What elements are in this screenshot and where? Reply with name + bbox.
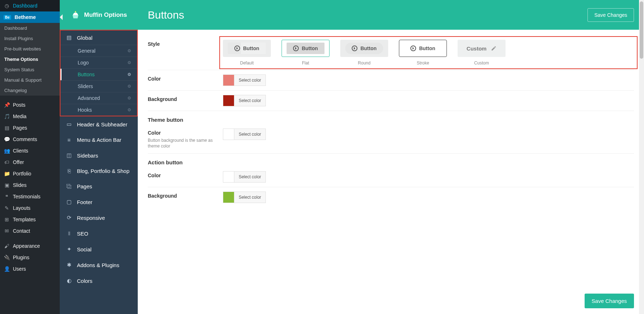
theme-color-picker[interactable]: Select color — [223, 129, 266, 140]
color-swatch — [223, 192, 234, 203]
wp-menu-plugins[interactable]: 🔌Plugins — [0, 252, 60, 263]
select-color-button[interactable]: Select color — [234, 172, 265, 182]
subsection-logo[interactable]: Logo⚙ — [60, 57, 137, 68]
color-swatch — [223, 129, 234, 140]
section-responsive[interactable]: ⟳Responsive — [60, 211, 137, 225]
section-sidebars[interactable]: ◫Sidebars — [60, 148, 137, 163]
section-footer[interactable]: ▢Footer — [60, 195, 137, 209]
subsection-buttons[interactable]: Buttons⚙ — [60, 68, 137, 80]
select-color-button[interactable]: Select color — [234, 75, 265, 86]
wp-submenu-dashboard[interactable]: Dashboard — [0, 23, 60, 33]
scrollbar-thumb[interactable] — [640, 1, 643, 59]
wp-submenu-manual-&-support[interactable]: Manual & Support — [0, 75, 60, 85]
wp-submenu-changelog[interactable]: Changelog — [0, 85, 60, 96]
color-swatch — [223, 172, 234, 182]
wp-menu-dashboard[interactable]: ◷Dashboard — [0, 0, 60, 11]
wp-menu-offer[interactable]: 🏷Offer — [0, 156, 60, 168]
theme-button-section: Theme button — [148, 111, 634, 124]
section-blog-portfolio-shop[interactable]: ⎘Blog, Portfolio & Shop — [60, 164, 137, 178]
pin-icon: 📌 — [4, 102, 10, 108]
gear-icon: ⚙ — [127, 60, 131, 65]
quote-icon: ❝ — [4, 194, 10, 199]
save-changes-button-top[interactable]: Save Changes — [587, 8, 634, 22]
action-color-picker[interactable]: Select color — [223, 171, 266, 183]
layout-icon: ✎ — [4, 205, 10, 211]
gear-icon: ⚙ — [127, 48, 131, 53]
section-colors[interactable]: ◐Colors — [60, 274, 137, 288]
dashboard-icon: ◷ — [4, 3, 10, 9]
wp-menu-slides[interactable]: ▣Slides — [0, 179, 60, 191]
wp-menu-contact[interactable]: ✉Contact — [0, 225, 60, 237]
section-global[interactable]: ▤Global — [60, 30, 137, 45]
section-social[interactable]: ✦Social — [60, 242, 137, 256]
wp-menu-clients[interactable]: 👥Clients — [0, 145, 60, 156]
style-option-custom[interactable]: CustomCustom — [458, 40, 506, 66]
wp-menu-betheme[interactable]: BeBetheme — [0, 11, 60, 23]
grid-icon: ⊞ — [4, 217, 10, 222]
select-color-button[interactable]: Select color — [234, 95, 265, 106]
pencil-icon — [491, 45, 497, 51]
style-option-round[interactable]: ButtonRound — [340, 40, 388, 66]
be-icon: Be — [4, 15, 11, 20]
page-icon: ▤ — [4, 125, 10, 131]
wp-menu-users[interactable]: 👤Users — [0, 263, 60, 275]
wp-submenu-pre-built-websites[interactable]: Pre-built websites — [0, 44, 60, 54]
action-bg-picker[interactable]: Select color — [223, 192, 266, 203]
wp-admin-sidebar: ◷DashboardBeBethemeDashboardInstall Plug… — [0, 0, 60, 314]
style-option-flat[interactable]: ButtonFlat — [282, 40, 330, 66]
arrow-circle-icon — [293, 45, 299, 51]
color-swatch — [223, 95, 234, 106]
header-icon: ▭ — [65, 121, 73, 127]
save-changes-button-bottom[interactable]: Save Changes — [585, 294, 634, 308]
scrollbar-track[interactable] — [639, 0, 644, 314]
wp-menu-comments[interactable]: 💬Comments — [0, 134, 60, 145]
cupcake-icon — [70, 10, 80, 20]
wp-menu-pages[interactable]: ▤Pages — [0, 122, 60, 134]
section-pages[interactable]: ⿻Pages — [60, 179, 137, 193]
wp-menu-appearance[interactable]: 🖌Appearance — [0, 240, 60, 252]
wp-menu-media[interactable]: 🎵Media — [0, 111, 60, 122]
sidebar-icon: ◫ — [65, 152, 73, 159]
section-addons-plugins[interactable]: ✱Addons & Plugins — [60, 258, 137, 272]
subsection-general[interactable]: General⚙ — [60, 45, 137, 57]
color-label: Color — [148, 74, 223, 82]
user-icon: 👤 — [4, 266, 10, 272]
select-color-button[interactable]: Select color — [234, 129, 265, 140]
wp-menu-templates[interactable]: ⊞Templates — [0, 214, 60, 225]
style-option-default[interactable]: ButtonDefault — [223, 40, 271, 66]
wp-submenu-theme-options[interactable]: Theme Options — [0, 54, 60, 64]
section-menu-action-bar[interactable]: ≡Menu & Action Bar — [60, 133, 137, 147]
media-icon: 🎵 — [4, 113, 10, 119]
wp-menu-layouts[interactable]: ✎Layouts — [0, 202, 60, 214]
action-button-section: Action button — [148, 154, 634, 167]
background-label: Background — [148, 95, 223, 102]
wp-menu-testimonials[interactable]: ❝Testimonials — [0, 191, 60, 202]
theme-color-label: Color Button background is the same as t… — [148, 129, 223, 149]
subsection-hooks[interactable]: Hooks⚙ — [60, 104, 137, 116]
background-color-picker[interactable]: Select color — [223, 95, 266, 106]
gear-icon: ⚙ — [127, 107, 131, 112]
wp-submenu-install-plugins[interactable]: Install Plugins — [0, 33, 60, 44]
wp-submenu-system-status[interactable]: System Status — [0, 64, 60, 75]
pages-icon: ⿻ — [65, 183, 73, 189]
svg-point-0 — [75, 11, 76, 12]
subsection-advanced[interactable]: Advanced⚙ — [60, 92, 137, 104]
plug-icon: 🔌 — [4, 255, 10, 260]
style-label: Style — [148, 40, 223, 47]
blog-icon: ⎘ — [65, 168, 73, 174]
seo-icon: ⫴ — [65, 230, 73, 237]
users-icon: 👥 — [4, 148, 10, 154]
arrow-circle-icon — [410, 45, 416, 51]
wp-menu-posts[interactable]: 📌Posts — [0, 99, 60, 111]
style-option-stroke[interactable]: ButtonStroke — [399, 40, 447, 66]
addons-icon: ✱ — [65, 262, 73, 268]
section-seo[interactable]: ⫴SEO — [60, 226, 137, 241]
select-color-button[interactable]: Select color — [234, 192, 265, 203]
subsection-sliders[interactable]: Sliders⚙ — [60, 80, 137, 92]
color-picker[interactable]: Select color — [223, 74, 266, 86]
section-header-subheader[interactable]: ▭Header & Subheader — [60, 117, 137, 131]
topbar: Buttons Save Changes — [138, 0, 644, 30]
arrow-circle-icon — [352, 45, 357, 51]
wp-menu-portfolio[interactable]: 📁Portfolio — [0, 168, 60, 179]
comment-icon: 💬 — [4, 136, 10, 142]
